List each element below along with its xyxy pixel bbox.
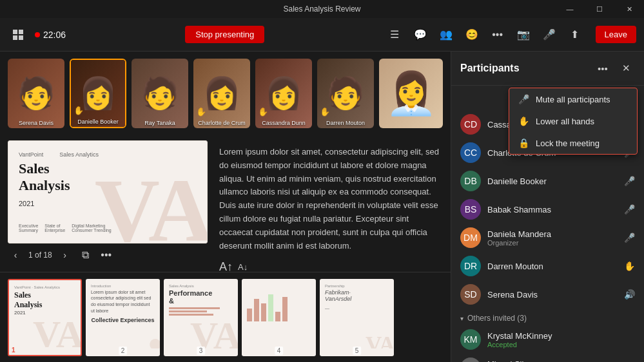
chevron-down-icon: ▾ xyxy=(460,315,463,322)
avatar-cassandra: CD xyxy=(460,114,481,135)
info-babak: Babak Shammas xyxy=(487,205,618,214)
svg-rect-2 xyxy=(13,35,17,40)
thumbnail-1[interactable]: VantPoint · Sales Analytics SalesAnalysi… xyxy=(8,279,82,356)
increase-text-button[interactable]: A↑ xyxy=(219,260,233,272)
toolbar-left: 22:06 xyxy=(8,24,66,45)
text-size-controls: A↑ A↓ xyxy=(219,260,443,272)
list-item-krystal[interactable]: KM Krystal McKinney Accepted xyxy=(451,325,644,354)
info-darren: Darren Mouton xyxy=(487,262,618,271)
window-controls: — ☐ ✕ xyxy=(555,0,644,18)
thumbnails-row: VantPoint · Sales Analytics SalesAnalysi… xyxy=(0,272,451,362)
info-miguel: Miguel Silva Declined xyxy=(487,359,635,363)
list-item-serena[interactable]: SD Serena Davis 🔊 xyxy=(451,280,644,309)
avatar-babak: BS xyxy=(460,199,481,220)
others-invited-header[interactable]: ▾ Others invited (3) xyxy=(451,309,644,325)
recording-indicator xyxy=(35,32,40,37)
mic-icon-babak[interactable]: 🎤 xyxy=(624,204,635,214)
avatar-serena: SD xyxy=(460,284,481,305)
window-title: Sales Analysis Review xyxy=(283,5,360,14)
mute-all-menuitem[interactable]: 🎤 Mute all participants xyxy=(509,88,637,110)
svg-rect-1 xyxy=(19,30,23,34)
thumbnail-4[interactable]: 4 xyxy=(242,279,316,356)
list-item-darren[interactable]: DR Darren Mouton ✋ xyxy=(451,252,644,280)
panel-header-icons: ••• ✕ xyxy=(594,59,635,77)
leave-button[interactable]: Leave xyxy=(596,26,636,43)
lock-meeting-menuitem[interactable]: 🔒 Lock the meeting xyxy=(509,132,637,154)
context-menu: 🎤 Mute all participants ✋ Lower all hand… xyxy=(509,88,638,155)
volume-icon-serena: 🔊 xyxy=(624,289,635,300)
more-slide-icon[interactable]: ••• xyxy=(99,247,114,263)
list-item-miguel[interactable]: MS Miguel Silva Declined xyxy=(451,354,644,362)
info-serena: Serena Davis xyxy=(487,290,618,300)
thumbnail-3[interactable]: Sales Analysis Performance& VA 3 xyxy=(164,279,238,356)
participants-panel: Participants ••• ✕ 🎤 Mute all participan… xyxy=(451,52,644,362)
mic-icon[interactable]: 🎤 xyxy=(539,24,560,45)
thumbnail-2[interactable]: Introduction Lorem ipsum dolor sit amet … xyxy=(86,279,160,356)
mic-off-icon: 🎤 xyxy=(518,94,529,104)
slide-main: VantPoint Sales Analytics SalesAnalysis … xyxy=(0,135,451,272)
actions-serena: 🔊 xyxy=(624,289,635,300)
title-bar: Sales Analysis Review — ☐ ✕ xyxy=(0,0,644,18)
mic-icon-daniela[interactable]: 🎤 xyxy=(624,233,635,243)
minimize-button[interactable]: — xyxy=(555,0,585,18)
decrease-text-button[interactable]: A↓ xyxy=(238,262,248,272)
participants-close-button[interactable]: ✕ xyxy=(617,59,635,77)
svg-rect-0 xyxy=(13,30,17,34)
next-slide-button[interactable]: › xyxy=(57,247,73,263)
list-item-daniela[interactable]: DM Daniela Mandera Organizer 🎤 xyxy=(451,224,644,252)
prev-slide-button[interactable]: ‹ xyxy=(8,247,23,263)
avatar-krystal: KM xyxy=(460,329,481,350)
grid-icon[interactable] xyxy=(8,24,28,45)
video-frame-serena[interactable]: 🧑 Serena Davis xyxy=(8,59,64,128)
participants-more-button[interactable]: ••• xyxy=(594,59,612,77)
stop-presenting-button[interactable]: Stop presenting xyxy=(185,26,264,43)
people-icon[interactable]: 👥 xyxy=(436,24,456,45)
avatar-miguel: MS xyxy=(460,357,481,362)
video-frame-presenter[interactable]: 👩‍💼 xyxy=(379,59,443,128)
slide-count: 1 of 18 xyxy=(28,251,52,260)
actions-danielle: 🎤 xyxy=(624,176,635,186)
slide-body-text: Lorem ipsum dolor sit amet, consectetur … xyxy=(219,146,443,252)
maximize-button[interactable]: ☐ xyxy=(585,0,614,18)
video-frame-charlotte[interactable]: 👩 ✋ Charlotte de Crum xyxy=(193,59,250,128)
video-frame-darren[interactable]: 🧑 ✋ Darren Mouton xyxy=(317,59,374,128)
lock-icon: 🔒 xyxy=(518,138,529,148)
slide-viewer: VantPoint Sales Analytics SalesAnalysis … xyxy=(0,135,219,272)
info-danielle: Danielle Booker xyxy=(487,176,618,186)
avatar-daniela: DM xyxy=(460,227,481,248)
panel-header: Participants ••• ✕ xyxy=(451,52,644,86)
info-daniela: Daniela Mandera Organizer xyxy=(487,229,618,247)
toolbar: 22:06 Stop presenting ☰ 💬 👥 😊 ••• 📷 🎤 ⬆ … xyxy=(0,18,644,52)
slide-text-area: Lorem ipsum dolor sit amet, consectetur … xyxy=(219,135,451,272)
toolbar-center: Stop presenting xyxy=(66,26,384,43)
svg-rect-3 xyxy=(19,35,23,40)
more-icon[interactable]: ••• xyxy=(487,24,508,45)
avatar-danielle: DB xyxy=(460,171,481,191)
slide-area: VantPoint Sales Analytics SalesAnalysis … xyxy=(0,135,451,362)
camera-icon[interactable]: 📷 xyxy=(513,24,534,45)
avatar-charlotte: CC xyxy=(460,142,481,163)
list-item-danielle[interactable]: DB Danielle Booker 🎤 xyxy=(451,167,644,195)
hand-down-icon: ✋ xyxy=(518,116,529,126)
menu-icon[interactable]: ☰ xyxy=(384,24,405,45)
actions-babak: 🎤 xyxy=(624,204,635,214)
lower-hands-menuitem[interactable]: ✋ Lower all hands xyxy=(509,110,637,132)
mic-icon-danielle[interactable]: 🎤 xyxy=(624,176,635,186)
thumbnail-5[interactable]: Partnership Fabrikam·VanArsdel — VA 5 xyxy=(320,279,394,356)
info-krystal: Krystal McKinney Accepted xyxy=(487,331,635,348)
avatar-darren: DR xyxy=(460,256,481,276)
toolbar-right: ☰ 💬 👥 😊 ••• 📷 🎤 ⬆ Leave xyxy=(384,24,636,45)
close-button[interactable]: ✕ xyxy=(614,0,644,18)
chat-icon[interactable]: 💬 xyxy=(410,24,431,45)
raise-hand-icon-darren: ✋ xyxy=(624,261,635,271)
video-frame-cassandra[interactable]: 👩 ✋ Cassandra Dunn xyxy=(255,59,312,128)
copy-slide-icon[interactable]: ⧉ xyxy=(78,247,93,263)
video-frame-ray[interactable]: 🧑 Ray Tanaka xyxy=(132,59,188,128)
slide-frame: VantPoint Sales Analytics SalesAnalysis … xyxy=(8,140,208,243)
participants-video-row: 🧑 Serena Davis 👩 ✋ Danielle Booker 🧑 Ray… xyxy=(0,52,451,135)
slide-nav: ‹ 1 of 18 › ⧉ ••• xyxy=(8,243,211,267)
video-frame-danielle[interactable]: 👩 ✋ Danielle Booker xyxy=(70,59,126,128)
emoji-icon[interactable]: 😊 xyxy=(462,24,482,45)
list-item-babak[interactable]: BS Babak Shammas 🎤 xyxy=(451,195,644,224)
share-icon[interactable]: ⬆ xyxy=(565,24,585,45)
